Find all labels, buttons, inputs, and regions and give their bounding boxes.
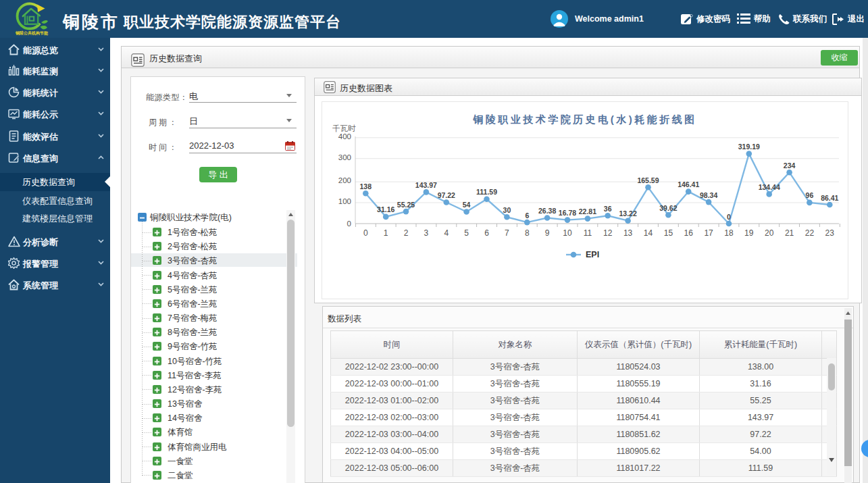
svg-text:31.16: 31.16 (377, 205, 394, 213)
svg-text:200: 200 (338, 176, 351, 184)
svg-text:16.78: 16.78 (559, 209, 576, 217)
svg-text:55.25: 55.25 (397, 201, 415, 209)
svg-text:14: 14 (644, 228, 653, 238)
svg-text:22.81: 22.81 (579, 207, 596, 215)
svg-text:EPI: EPI (586, 250, 599, 259)
svg-text:6: 6 (525, 211, 529, 220)
svg-text:9: 9 (545, 228, 550, 238)
svg-text:4: 4 (444, 228, 449, 238)
svg-text:铜陵公共机构节能: 铜陵公共机构节能 (15, 30, 49, 36)
svg-text:26.38: 26.38 (538, 207, 556, 215)
svg-text:36: 36 (604, 205, 612, 213)
svg-text:13.22: 13.22 (619, 209, 636, 218)
svg-text:11: 11 (584, 228, 592, 238)
svg-text:17: 17 (704, 228, 713, 238)
svg-text:98.34: 98.34 (700, 191, 717, 199)
svg-text:23: 23 (825, 228, 835, 238)
svg-text:30: 30 (503, 206, 511, 214)
svg-text:134.44: 134.44 (759, 183, 780, 191)
svg-text:15: 15 (664, 228, 673, 238)
svg-text:3: 3 (424, 228, 429, 238)
svg-text:千瓦时: 千瓦时 (332, 124, 356, 132)
svg-text:16: 16 (684, 228, 694, 238)
svg-text:6: 6 (484, 228, 489, 238)
svg-text:0: 0 (347, 220, 351, 228)
svg-text:0: 0 (363, 228, 368, 238)
svg-text:13: 13 (623, 228, 633, 238)
svg-text:111.59: 111.59 (476, 188, 497, 196)
svg-text:400: 400 (338, 132, 351, 141)
svg-text:138: 138 (360, 182, 372, 190)
svg-text:10: 10 (563, 228, 572, 238)
svg-text:300: 300 (338, 153, 351, 161)
svg-text:97.22: 97.22 (438, 191, 455, 199)
svg-text:165.59: 165.59 (637, 176, 659, 184)
svg-text:19: 19 (744, 228, 754, 238)
svg-text:铜陵职业技术学院历史电(水)耗能折线图: 铜陵职业技术学院历史电(水)耗能折线图 (472, 113, 697, 125)
svg-text:54: 54 (463, 201, 471, 209)
svg-text:21: 21 (785, 228, 794, 238)
svg-text:8: 8 (525, 228, 530, 238)
svg-text:12: 12 (603, 228, 613, 238)
svg-text:100: 100 (338, 197, 351, 205)
svg-text:146.41: 146.41 (678, 180, 699, 188)
svg-text:234: 234 (784, 161, 796, 170)
svg-text:5: 5 (464, 228, 469, 238)
svg-text:0: 0 (727, 213, 731, 221)
svg-text:143.97: 143.97 (415, 181, 437, 189)
svg-text:1: 1 (384, 228, 388, 238)
svg-text:20: 20 (765, 228, 774, 238)
svg-text:22: 22 (805, 228, 815, 238)
svg-text:86.41: 86.41 (821, 194, 838, 202)
svg-text:18: 18 (724, 228, 734, 238)
svg-text:96: 96 (806, 191, 814, 199)
svg-text:319.19: 319.19 (738, 143, 760, 151)
svg-text:2: 2 (404, 228, 409, 238)
svg-text:7: 7 (505, 228, 509, 238)
svg-text:39.62: 39.62 (659, 204, 677, 212)
